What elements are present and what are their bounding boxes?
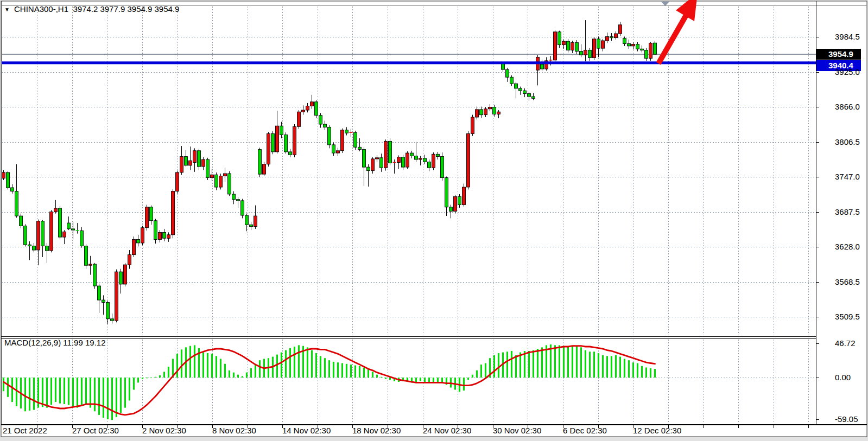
macd-bar: [237, 375, 239, 378]
candle-bearish: [528, 94, 531, 97]
macd-axis-label: 46.72: [835, 339, 866, 348]
candle-bullish: [462, 187, 466, 205]
macd-bar: [59, 378, 61, 404]
candle-bearish: [588, 50, 592, 57]
candle-bullish: [484, 109, 487, 115]
macd-bar: [485, 363, 486, 378]
candle-bullish: [263, 164, 266, 174]
candle-bullish: [202, 159, 205, 167]
candle-bullish: [467, 133, 470, 187]
candle-bullish: [180, 157, 183, 172]
macd-bar: [85, 378, 87, 404]
macd-bar: [467, 378, 469, 380]
macd-bar: [641, 366, 643, 378]
candle-bearish: [150, 207, 153, 221]
macd-bar: [341, 363, 343, 378]
candle-bearish: [258, 150, 262, 175]
macd-bar: [372, 372, 373, 378]
candle-bearish: [445, 178, 448, 207]
candle-bullish: [193, 151, 197, 163]
candle-bearish: [502, 63, 505, 69]
macd-bar: [307, 347, 308, 378]
macd-bar: [593, 351, 595, 378]
candle-bullish: [89, 264, 92, 265]
candle-bullish: [471, 117, 474, 133]
candle-bearish: [289, 152, 292, 155]
macd-bar: [129, 378, 130, 400]
macd-bar: [632, 362, 634, 378]
macd-bar: [337, 362, 339, 378]
macd-bar: [64, 378, 65, 404]
time-axis-label: 30 Nov 02:30: [493, 426, 541, 435]
candle-bullish: [145, 207, 149, 228]
macd-bar: [559, 345, 560, 378]
macd-bar: [615, 355, 617, 378]
symbol-dropdown-icon[interactable]: ▼: [4, 5, 10, 14]
candle-bearish: [628, 44, 631, 46]
macd-bar: [476, 370, 478, 378]
candle-bullish: [384, 141, 388, 168]
candle-bearish: [597, 39, 600, 48]
candle-bearish: [20, 216, 23, 226]
candle-bearish: [519, 88, 522, 91]
window-frame: [1, 1, 867, 437]
time-axis-label: 6 Dec 02:30: [563, 426, 607, 435]
candle-bullish: [54, 208, 58, 212]
candle-bearish: [436, 154, 440, 156]
candle-bullish: [601, 41, 605, 48]
candle-bearish: [137, 239, 140, 243]
candle-bullish: [371, 159, 375, 171]
macd-bar: [381, 377, 382, 378]
candle-bearish: [33, 246, 36, 250]
chart-title-ohlc-values: 3974.2 3977.9 3954.9 3954.9: [73, 4, 179, 14]
macd-bar: [602, 355, 604, 378]
candle-bearish: [515, 84, 518, 88]
support-line[interactable]: [2, 61, 816, 64]
macd-bar: [176, 354, 178, 378]
macd-bar: [233, 373, 235, 378]
candle-bearish: [106, 302, 110, 318]
candle-bullish: [419, 158, 422, 159]
macd-bar: [133, 378, 135, 390]
bid-price-badge: 3954.9: [816, 49, 861, 60]
candle-bullish: [497, 112, 500, 114]
candle-bullish: [37, 221, 40, 250]
macd-bar: [541, 347, 543, 378]
candle-bullish: [128, 255, 131, 265]
macd-bar: [276, 355, 278, 378]
macd-bar: [324, 358, 326, 378]
macd-bar: [146, 378, 148, 378]
macd-bar: [624, 359, 625, 378]
macd-bar: [194, 345, 195, 378]
macd-bar: [389, 378, 391, 380]
candle-bullish: [224, 174, 227, 176]
candle-bearish: [380, 158, 383, 168]
candle-bearish: [232, 194, 236, 200]
candle-bullish: [267, 133, 270, 164]
candle-bullish: [302, 110, 305, 112]
macd-bar: [424, 378, 426, 382]
macd-bar: [511, 351, 512, 378]
macd-bar: [155, 377, 156, 378]
macd-bar: [72, 378, 74, 406]
macd-bar: [24, 378, 26, 411]
macd-bar: [320, 356, 321, 378]
price-axis-label: 3568.5: [835, 278, 866, 286]
candle-bearish: [415, 156, 418, 160]
candle-bearish: [506, 69, 509, 77]
candle-bullish: [211, 175, 214, 177]
macd-axis-label: -59.05: [835, 415, 866, 424]
candle-bearish: [567, 41, 570, 50]
macd-bar: [654, 369, 656, 378]
macd-bar: [420, 378, 421, 381]
candle-bullish: [159, 232, 162, 239]
macd-bar: [281, 353, 282, 378]
candle-bearish: [541, 64, 544, 69]
horizontal-line-object[interactable]: [2, 61, 816, 64]
candle-bearish: [237, 200, 240, 201]
macd-bar: [493, 355, 495, 378]
price-axis-label: 3806.5: [835, 138, 866, 146]
macd-bar: [311, 350, 313, 378]
macd-bar: [333, 362, 334, 378]
macd-bar: [189, 346, 191, 378]
